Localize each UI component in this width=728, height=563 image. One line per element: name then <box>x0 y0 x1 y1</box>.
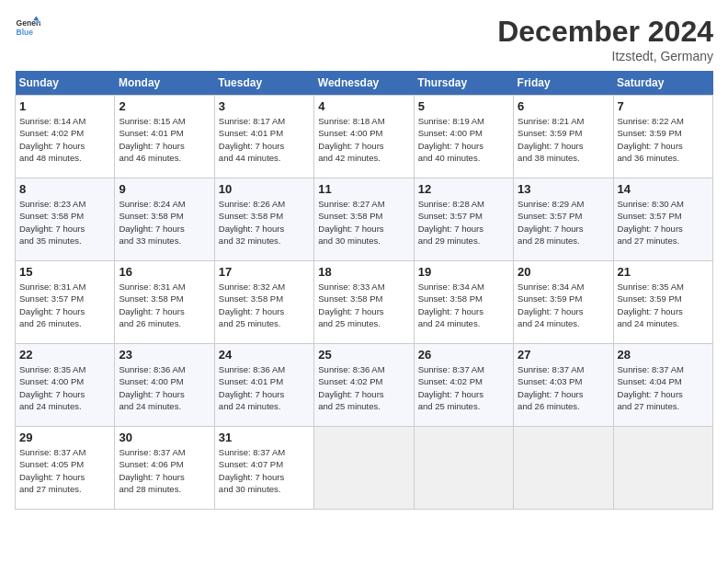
day-info: Sunrise: 8:19 AM Sunset: 4:00 PM Dayligh… <box>418 115 509 164</box>
day-info: Sunrise: 8:17 AM Sunset: 4:01 PM Dayligh… <box>219 115 310 164</box>
day-cell: 10Sunrise: 8:26 AM Sunset: 3:58 PM Dayli… <box>214 178 313 261</box>
day-info: Sunrise: 8:14 AM Sunset: 4:02 PM Dayligh… <box>19 115 110 164</box>
day-cell: 30Sunrise: 8:37 AM Sunset: 4:06 PM Dayli… <box>115 427 214 510</box>
day-cell: 5Sunrise: 8:19 AM Sunset: 4:00 PM Daylig… <box>414 96 513 178</box>
svg-text:Blue: Blue <box>17 28 34 37</box>
day-number: 25 <box>318 348 409 362</box>
day-cell: 14Sunrise: 8:30 AM Sunset: 3:57 PM Dayli… <box>613 178 712 261</box>
day-info: Sunrise: 8:35 AM Sunset: 3:59 PM Dayligh… <box>618 281 709 329</box>
day-cell: 11Sunrise: 8:27 AM Sunset: 3:58 PM Dayli… <box>314 178 414 261</box>
day-cell: 28Sunrise: 8:37 AM Sunset: 4:04 PM Dayli… <box>613 344 712 427</box>
header-thursday: Thursday <box>414 71 513 96</box>
day-cell: 22Sunrise: 8:35 AM Sunset: 4:00 PM Dayli… <box>16 344 115 427</box>
day-info: Sunrise: 8:36 AM Sunset: 4:02 PM Dayligh… <box>318 363 409 412</box>
week-row-1: 1Sunrise: 8:14 AM Sunset: 4:02 PM Daylig… <box>16 96 713 178</box>
day-cell: 23Sunrise: 8:36 AM Sunset: 4:00 PM Dayli… <box>115 344 214 427</box>
day-number: 2 <box>119 99 210 113</box>
day-info: Sunrise: 8:26 AM Sunset: 3:58 PM Dayligh… <box>219 198 310 247</box>
day-info: Sunrise: 8:30 AM Sunset: 3:57 PM Dayligh… <box>618 198 709 247</box>
calendar-subtitle: Itzstedt, Germany <box>497 49 713 63</box>
day-info: Sunrise: 8:36 AM Sunset: 4:00 PM Dayligh… <box>119 363 210 412</box>
day-cell <box>314 427 414 510</box>
title-area: December 2024 Itzstedt, Germany <box>497 15 713 63</box>
day-cell: 31Sunrise: 8:37 AM Sunset: 4:07 PM Dayli… <box>214 427 313 510</box>
day-info: Sunrise: 8:37 AM Sunset: 4:03 PM Dayligh… <box>518 363 609 412</box>
week-row-3: 15Sunrise: 8:31 AM Sunset: 3:57 PM Dayli… <box>16 261 713 344</box>
day-number: 24 <box>219 348 310 362</box>
day-info: Sunrise: 8:36 AM Sunset: 4:01 PM Dayligh… <box>219 363 310 412</box>
day-number: 13 <box>518 182 609 196</box>
day-cell: 13Sunrise: 8:29 AM Sunset: 3:57 PM Dayli… <box>514 178 613 261</box>
day-cell: 2Sunrise: 8:15 AM Sunset: 4:01 PM Daylig… <box>115 96 214 178</box>
day-number: 30 <box>119 431 210 444</box>
day-number: 29 <box>19 431 110 444</box>
day-info: Sunrise: 8:37 AM Sunset: 4:06 PM Dayligh… <box>119 446 210 495</box>
day-info: Sunrise: 8:21 AM Sunset: 3:59 PM Dayligh… <box>518 115 609 164</box>
day-cell <box>414 427 513 510</box>
day-number: 22 <box>19 348 110 362</box>
day-cell: 26Sunrise: 8:37 AM Sunset: 4:02 PM Dayli… <box>414 344 513 427</box>
day-info: Sunrise: 8:23 AM Sunset: 3:58 PM Dayligh… <box>19 198 110 247</box>
day-info: Sunrise: 8:34 AM Sunset: 3:59 PM Dayligh… <box>518 281 609 329</box>
header-friday: Friday <box>514 71 613 96</box>
day-cell: 17Sunrise: 8:32 AM Sunset: 3:58 PM Dayli… <box>214 261 313 344</box>
week-row-4: 22Sunrise: 8:35 AM Sunset: 4:00 PM Dayli… <box>16 344 713 427</box>
logo: General Blue <box>15 15 40 40</box>
day-info: Sunrise: 8:15 AM Sunset: 4:01 PM Dayligh… <box>119 115 210 164</box>
day-number: 23 <box>119 348 210 362</box>
day-info: Sunrise: 8:31 AM Sunset: 3:58 PM Dayligh… <box>119 281 210 329</box>
day-info: Sunrise: 8:31 AM Sunset: 3:57 PM Dayligh… <box>19 281 110 329</box>
week-row-5: 29Sunrise: 8:37 AM Sunset: 4:05 PM Dayli… <box>16 427 713 510</box>
day-info: Sunrise: 8:37 AM Sunset: 4:02 PM Dayligh… <box>418 363 509 412</box>
header-saturday: Saturday <box>613 71 712 96</box>
day-cell: 27Sunrise: 8:37 AM Sunset: 4:03 PM Dayli… <box>514 344 613 427</box>
day-info: Sunrise: 8:18 AM Sunset: 4:00 PM Dayligh… <box>318 115 409 164</box>
calendar-header-row: SundayMondayTuesdayWednesdayThursdayFrid… <box>16 71 713 96</box>
day-info: Sunrise: 8:37 AM Sunset: 4:05 PM Dayligh… <box>19 446 110 495</box>
day-number: 3 <box>219 99 310 113</box>
day-cell: 8Sunrise: 8:23 AM Sunset: 3:58 PM Daylig… <box>16 178 115 261</box>
day-number: 1 <box>19 99 110 113</box>
day-number: 19 <box>418 265 509 279</box>
day-cell: 29Sunrise: 8:37 AM Sunset: 4:05 PM Dayli… <box>16 427 115 510</box>
day-cell: 7Sunrise: 8:22 AM Sunset: 3:59 PM Daylig… <box>613 96 712 178</box>
day-number: 8 <box>19 182 110 196</box>
day-cell: 25Sunrise: 8:36 AM Sunset: 4:02 PM Dayli… <box>314 344 414 427</box>
day-number: 7 <box>618 99 709 113</box>
day-info: Sunrise: 8:22 AM Sunset: 3:59 PM Dayligh… <box>618 115 709 164</box>
day-number: 16 <box>119 265 210 279</box>
day-cell <box>514 427 613 510</box>
day-cell: 24Sunrise: 8:36 AM Sunset: 4:01 PM Dayli… <box>214 344 313 427</box>
day-cell: 12Sunrise: 8:28 AM Sunset: 3:57 PM Dayli… <box>414 178 513 261</box>
header-tuesday: Tuesday <box>214 71 313 96</box>
day-cell: 18Sunrise: 8:33 AM Sunset: 3:58 PM Dayli… <box>314 261 414 344</box>
day-info: Sunrise: 8:28 AM Sunset: 3:57 PM Dayligh… <box>418 198 509 247</box>
header-wednesday: Wednesday <box>314 71 414 96</box>
calendar-table: SundayMondayTuesdayWednesdayThursdayFrid… <box>15 71 713 510</box>
day-cell: 6Sunrise: 8:21 AM Sunset: 3:59 PM Daylig… <box>514 96 613 178</box>
day-cell: 19Sunrise: 8:34 AM Sunset: 3:58 PM Dayli… <box>414 261 513 344</box>
day-number: 15 <box>19 265 110 279</box>
day-cell: 21Sunrise: 8:35 AM Sunset: 3:59 PM Dayli… <box>613 261 712 344</box>
day-info: Sunrise: 8:24 AM Sunset: 3:58 PM Dayligh… <box>119 198 210 247</box>
day-number: 11 <box>318 182 409 196</box>
day-number: 4 <box>318 99 409 113</box>
calendar-title: December 2024 <box>497 15 713 49</box>
page-header: General Blue December 2024 Itzstedt, Ger… <box>15 15 713 63</box>
day-info: Sunrise: 8:32 AM Sunset: 3:58 PM Dayligh… <box>219 281 310 329</box>
day-cell: 16Sunrise: 8:31 AM Sunset: 3:58 PM Dayli… <box>115 261 214 344</box>
day-number: 28 <box>618 348 709 362</box>
day-number: 31 <box>219 431 310 444</box>
day-info: Sunrise: 8:34 AM Sunset: 3:58 PM Dayligh… <box>418 281 509 329</box>
day-number: 10 <box>219 182 310 196</box>
day-number: 27 <box>518 348 609 362</box>
day-info: Sunrise: 8:35 AM Sunset: 4:00 PM Dayligh… <box>19 363 110 412</box>
day-number: 20 <box>518 265 609 279</box>
week-row-2: 8Sunrise: 8:23 AM Sunset: 3:58 PM Daylig… <box>16 178 713 261</box>
day-cell: 4Sunrise: 8:18 AM Sunset: 4:00 PM Daylig… <box>314 96 414 178</box>
day-info: Sunrise: 8:27 AM Sunset: 3:58 PM Dayligh… <box>318 198 409 247</box>
header-sunday: Sunday <box>16 71 115 96</box>
day-info: Sunrise: 8:33 AM Sunset: 3:58 PM Dayligh… <box>318 281 409 329</box>
day-info: Sunrise: 8:37 AM Sunset: 4:04 PM Dayligh… <box>618 363 709 412</box>
day-cell: 9Sunrise: 8:24 AM Sunset: 3:58 PM Daylig… <box>115 178 214 261</box>
